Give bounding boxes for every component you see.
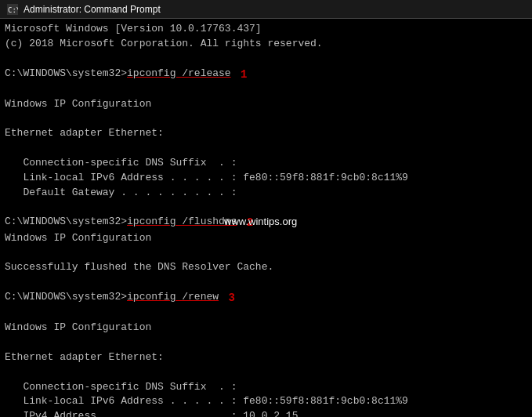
blank-line-7 [5,275,527,290]
win-ip-2: Windows IP Configuration [5,231,527,246]
step-3: 3 [222,290,235,306]
prompt-3: C:\WINDOWS\system32> [5,290,127,305]
blank-line-8 [5,306,527,321]
win-ip-3: Windows IP Configuration [5,321,527,335]
title-text: Administrator: Command Prompt [24,4,161,15]
cmd3-line: C:\WINDOWS\system32>ipconfig /renew 3 [5,290,527,306]
win-copyright-line: (c) 2018 Microsoft Corporation. All righ… [5,37,527,52]
dns-suffix-1: Connection-specific DNS Suffix . : [5,156,527,171]
blank-line-10 [5,365,527,380]
blank-line-6 [5,246,527,261]
ipv4: IPv4 Address. . . . . . . . . . . : 10.0… [5,409,527,417]
win-version-line: Microsoft Windows [Version 10.0.17763.43… [5,22,527,37]
ipv6-2: Link-local IPv6 Address . . . . . : fe80… [5,394,527,409]
terminal-window: Microsoft Windows [Version 10.0.17763.43… [0,19,532,417]
cmd1-line: C:\WINDOWS\system32>ipconfig /release 1 [5,67,527,82]
blank-line-4 [5,141,527,156]
ethernet-header-2: Ethernet adapter Ethernet: [5,350,527,365]
svg-text:C:\: C:\ [8,6,18,14]
prompt-1: C:\WINDOWS\system32> [5,67,127,82]
flush-success: Successfully flushed the DNS Resolver Ca… [5,260,527,275]
gateway-1: Default Gateway . . . . . . . . . : [5,186,527,201]
cmd1-text: ipconfig /release [127,67,231,82]
cmd2-line: C:\WINDOWS\system32>ipconfig /flushdns 2… [5,215,527,230]
ipv6-1: Link-local IPv6 Address . . . . . : fe80… [5,171,527,186]
blank-line-2 [5,82,527,97]
prompt-2: C:\WINDOWS\system32> [5,215,127,230]
dns-suffix-2: Connection-specific DNS Suffix . : [5,380,527,395]
ethernet-header-1: Ethernet adapter Ethernet: [5,126,527,141]
cmd-icon: C:\ [6,3,19,16]
step-1: 1 [234,67,248,82]
blank-line-5 [5,201,527,216]
blank-line-3 [5,112,527,127]
cmd2-text: ipconfig /flushdns [127,215,237,230]
watermark: www.wintips.org [224,215,297,230]
cmd3-text: ipconfig /renew [127,290,219,305]
blank-line-1 [5,52,527,67]
blank-line-9 [5,335,527,350]
win-ip-1: Windows IP Configuration [5,97,527,112]
title-bar: C:\ Administrator: Command Prompt [0,0,532,19]
